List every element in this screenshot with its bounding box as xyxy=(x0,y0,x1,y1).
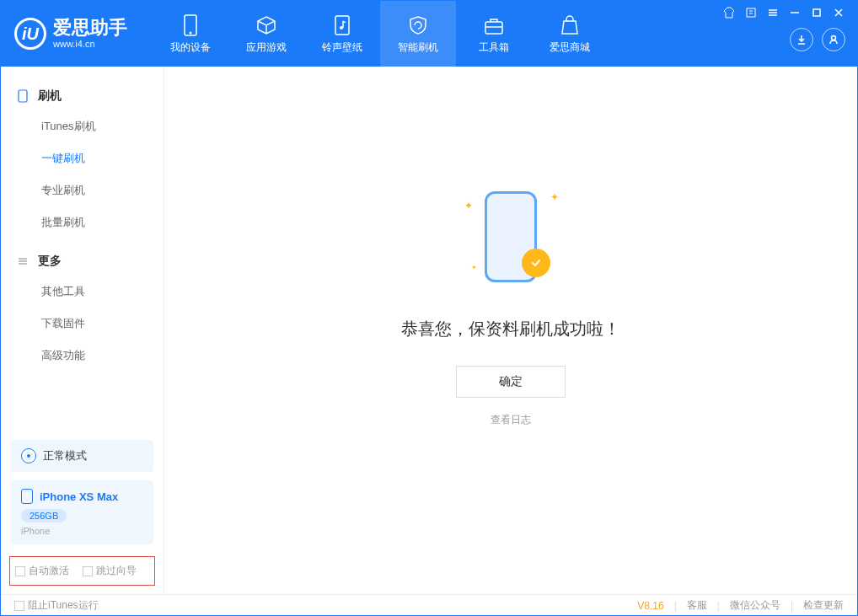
footer-right: V8.16 | 客服 | 微信公众号 | 检查更新 xyxy=(637,598,844,613)
sidebar-item-itunes[interactable]: iTunes刷机 xyxy=(1,110,164,142)
nav-label: 我的设备 xyxy=(170,40,211,55)
confirm-button[interactable]: 确定 xyxy=(456,366,566,398)
nav-tab-device[interactable]: 我的设备 xyxy=(153,1,228,67)
checkbox-icon xyxy=(83,566,93,576)
skin-icon[interactable] xyxy=(722,6,736,19)
nav-tab-apps[interactable]: 应用游戏 xyxy=(228,1,304,67)
list-icon xyxy=(16,254,29,268)
svg-rect-5 xyxy=(747,8,755,17)
block-itunes-checkbox[interactable]: 阻止iTunes运行 xyxy=(14,598,99,613)
wechat-link[interactable]: 微信公众号 xyxy=(730,598,780,613)
sidebar-item-advanced[interactable]: 高级功能 xyxy=(1,340,164,372)
toolbox-icon xyxy=(482,13,506,37)
device-icon xyxy=(21,489,33,504)
checkbox-icon xyxy=(14,601,24,611)
maximize-button[interactable] xyxy=(810,6,823,19)
svg-rect-12 xyxy=(813,9,820,16)
nav-tabs: 我的设备 应用游戏 铃声壁纸 智能刷机 工具箱 xyxy=(153,1,608,67)
app-header: iU 爱思助手 www.i4.cn 我的设备 应用游戏 铃声壁纸 xyxy=(1,1,857,67)
menu-icon[interactable] xyxy=(766,6,780,19)
checkbox-label: 自动激活 xyxy=(29,564,69,578)
mode-label: 正常模式 xyxy=(43,448,87,463)
auto-activate-checkbox[interactable]: 自动激活 xyxy=(15,564,69,578)
cube-icon xyxy=(255,13,278,37)
svg-point-3 xyxy=(340,26,343,29)
svg-rect-2 xyxy=(335,16,349,35)
svg-point-15 xyxy=(832,36,836,40)
nav-tab-store[interactable]: 爱思商城 xyxy=(532,1,608,67)
svg-rect-16 xyxy=(19,90,27,102)
shield-refresh-icon xyxy=(406,13,430,37)
main-content: ✦ ✦ ✦ 恭喜您，保资料刷机成功啦！ 确定 查看日志 xyxy=(164,67,857,594)
check-update-link[interactable]: 检查更新 xyxy=(803,598,844,613)
normal-mode-icon xyxy=(21,448,36,463)
account-button[interactable] xyxy=(822,28,845,51)
music-file-icon xyxy=(330,13,354,37)
window-controls xyxy=(722,6,845,19)
sidebar-item-onekey[interactable]: 一键刷机 xyxy=(1,142,164,174)
checkbox-label: 阻止iTunes运行 xyxy=(28,598,99,613)
sidebar-item-other[interactable]: 其他工具 xyxy=(1,276,164,308)
footer: 阻止iTunes运行 V8.16 | 客服 | 微信公众号 | 检查更新 xyxy=(1,594,857,616)
sidebar-item-firmware[interactable]: 下载固件 xyxy=(1,308,164,340)
device-info-box[interactable]: iPhone XS Max 256GB iPhone xyxy=(11,480,153,544)
sparkle-icon: ✦ xyxy=(464,200,473,212)
checkbox-label: 跳过向导 xyxy=(96,564,137,578)
sparkle-icon: ✦ xyxy=(471,264,477,271)
svg-rect-4 xyxy=(485,22,502,34)
nav-label: 工具箱 xyxy=(479,40,509,55)
sidebar: 刷机 iTunes刷机 一键刷机 专业刷机 批量刷机 更多 其他工具 下载固件 … xyxy=(1,67,164,594)
success-illustration: ✦ ✦ ✦ xyxy=(456,183,566,292)
checkbox-icon xyxy=(15,566,25,576)
nav-label: 应用游戏 xyxy=(246,40,287,55)
logo-area: iU 爱思助手 www.i4.cn xyxy=(14,18,127,50)
header-right xyxy=(722,1,845,51)
header-actions xyxy=(790,28,845,51)
shopping-bag-icon xyxy=(558,13,582,37)
view-log-link[interactable]: 查看日志 xyxy=(491,413,531,427)
phone-icon xyxy=(16,89,29,103)
checkbox-bar-highlight: 自动激活 跳过向导 xyxy=(9,556,155,586)
nav-label: 爱思商城 xyxy=(550,40,590,55)
feedback-icon[interactable] xyxy=(744,6,758,19)
logo-text: 爱思助手 www.i4.cn xyxy=(53,19,127,49)
sidebar-group-label: 更多 xyxy=(38,254,62,269)
support-link[interactable]: 客服 xyxy=(687,598,707,613)
skip-guide-checkbox[interactable]: 跳过向导 xyxy=(83,564,137,578)
check-badge-icon xyxy=(522,249,550,277)
logo-title: 爱思助手 xyxy=(53,19,127,37)
nav-label: 铃声壁纸 xyxy=(322,40,362,55)
success-message: 恭喜您，保资料刷机成功啦！ xyxy=(401,318,620,340)
nav-tab-ringtone[interactable]: 铃声壁纸 xyxy=(304,1,380,67)
close-button[interactable] xyxy=(832,6,845,19)
device-name-row: iPhone XS Max xyxy=(21,489,143,504)
nav-label: 智能刷机 xyxy=(398,40,438,55)
sidebar-group-flash[interactable]: 刷机 xyxy=(1,82,164,110)
logo-subtitle: www.i4.cn xyxy=(53,39,127,49)
sidebar-group-more[interactable]: 更多 xyxy=(1,247,164,276)
sparkle-icon: ✦ xyxy=(550,191,559,203)
capacity-badge: 256GB xyxy=(21,509,67,522)
device-mode-box[interactable]: 正常模式 xyxy=(11,440,153,472)
device-type: iPhone xyxy=(21,526,143,536)
minimize-button[interactable] xyxy=(788,6,802,19)
nav-tab-toolbox[interactable]: 工具箱 xyxy=(456,1,532,67)
device-icon xyxy=(179,13,202,37)
sidebar-item-batch[interactable]: 批量刷机 xyxy=(1,206,164,238)
svg-point-20 xyxy=(27,454,30,458)
body-area: 刷机 iTunes刷机 一键刷机 专业刷机 批量刷机 更多 其他工具 下载固件 … xyxy=(1,67,857,594)
logo-icon: iU xyxy=(14,18,46,50)
nav-tab-flash[interactable]: 智能刷机 xyxy=(380,1,456,67)
device-name: iPhone XS Max xyxy=(40,490,118,503)
sidebar-item-pro[interactable]: 专业刷机 xyxy=(1,174,164,206)
download-button[interactable] xyxy=(790,28,813,51)
sidebar-group-label: 刷机 xyxy=(38,88,62,104)
version-label: V8.16 xyxy=(637,600,663,612)
svg-point-1 xyxy=(190,31,192,34)
